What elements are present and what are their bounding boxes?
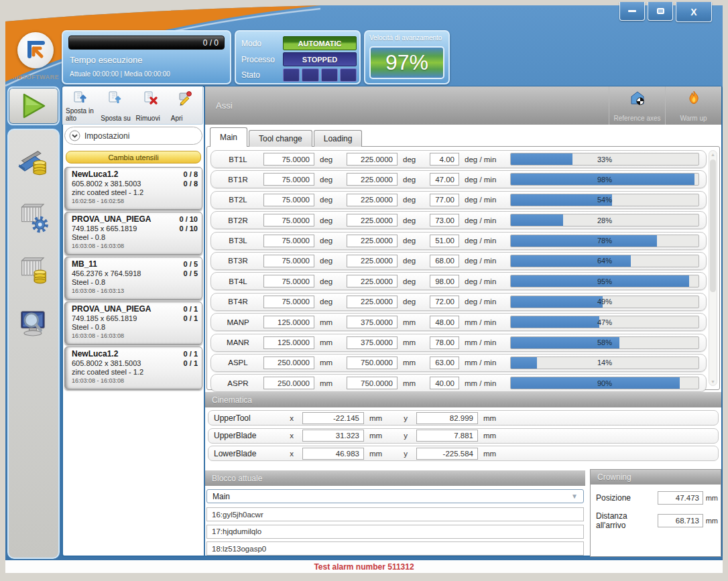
- axis-target-input[interactable]: 375.0000: [347, 336, 398, 349]
- axis-target-input[interactable]: 750.0000: [347, 357, 398, 369]
- block-code-line[interactable]: 18:lz513ogasp0: [206, 541, 584, 556]
- crowning-value-input[interactable]: 47.473: [658, 491, 703, 505]
- scroll-up-icon[interactable]: ▲: [709, 152, 717, 157]
- axis-speed-input[interactable]: 47.00: [430, 173, 459, 186]
- dropdown-chevron-icon: ▼: [571, 493, 578, 500]
- tab-loading[interactable]: Loading: [314, 130, 363, 147]
- scroll-down-icon[interactable]: ▼: [709, 379, 717, 384]
- blocco-header: Blocco attuale: [205, 470, 585, 486]
- axis-target-input[interactable]: 225.0000: [347, 214, 398, 227]
- move-to-top-button[interactable]: Sposta in alto: [62, 86, 97, 124]
- axis-target-input[interactable]: 375.0000: [347, 316, 398, 328]
- block-code-line[interactable]: 16:gyl5jh0acwr: [206, 507, 584, 521]
- axis-position-input[interactable]: 250.0000: [263, 377, 314, 389]
- job-card[interactable]: MB_11 456.2376 x 764.5918 Steel - 0.8 16…: [64, 257, 202, 300]
- axis-position-input[interactable]: 125.0000: [263, 336, 314, 349]
- block-select-dropdown[interactable]: Main ▼: [206, 489, 584, 503]
- scrollbar-thumb[interactable]: [710, 159, 716, 292]
- axis-target-input[interactable]: 225.0000: [347, 194, 398, 206]
- job-card[interactable]: PROVA_UNA_PIEGA 749.185 x 665.1819 Steel…: [64, 212, 202, 255]
- x-value-input[interactable]: 31.323: [302, 430, 364, 442]
- x-value-input[interactable]: -22.145: [302, 412, 364, 424]
- axis-speed-input[interactable]: 40.00: [430, 377, 459, 389]
- axis-name: MANP: [218, 318, 258, 326]
- axis-target-input[interactable]: 225.0000: [347, 255, 398, 267]
- axis-position-input[interactable]: 75.0000: [263, 173, 314, 186]
- axis-target-unit: deg: [403, 298, 424, 306]
- job-list: NewLuca1.2 605.8002 x 381.5003 zinc coat…: [64, 167, 202, 391]
- minimize-button[interactable]: [619, 2, 645, 21]
- axis-row: ASPR 250.0000 mm 750.0000 mm 40.00 mm / …: [210, 374, 707, 392]
- sidebar-item-press-tools-database[interactable]: [16, 145, 51, 182]
- axis-target-input[interactable]: 750.0000: [347, 377, 398, 389]
- remove-icon: [142, 90, 158, 106]
- maximize-button[interactable]: [648, 2, 673, 21]
- axis-position-input[interactable]: 75.0000: [263, 296, 314, 308]
- tool-rack-setup-icon: [16, 198, 51, 233]
- y-value-input[interactable]: 82.999: [416, 412, 478, 424]
- job-card[interactable]: PROVA_UNA_PIEGA 749.185 x 665.1819 Steel…: [64, 302, 202, 344]
- sidebar-item-diagnostics[interactable]: [16, 306, 51, 343]
- block-code-line[interactable]: 17:hjqdumilqlo: [206, 525, 584, 539]
- start-cycle-button[interactable]: [7, 86, 60, 125]
- y-value-input[interactable]: 7.881: [416, 430, 478, 442]
- axes-list: BT1L 75.0000 deg 225.0000 deg 4.00 deg /…: [210, 150, 707, 395]
- axis-speed-input[interactable]: 78.00: [430, 336, 459, 349]
- axis-position-input[interactable]: 125.0000: [263, 316, 314, 328]
- execution-subtitle: Attuale 00:00:00 | Media 00:00:00: [70, 70, 170, 78]
- axes-scrollbar[interactable]: ▲ ▼: [709, 150, 717, 386]
- move-up-button[interactable]: Sposta su: [97, 86, 132, 124]
- cambia-utensili-button[interactable]: Cambia utensili: [66, 151, 201, 164]
- reference-axes-button[interactable]: Reference axes: [609, 86, 665, 125]
- axis-speed-input[interactable]: 48.00: [430, 316, 459, 328]
- axis-speed-input[interactable]: 77.00: [430, 194, 459, 206]
- tab-tool-change[interactable]: Tool change: [249, 130, 312, 147]
- sidebar-item-tool-setup[interactable]: [16, 198, 51, 236]
- job-card[interactable]: NewLuca1.2 605.8002 x 381.5003 zinc coat…: [64, 346, 202, 389]
- job-card[interactable]: NewLuca1.2 605.8002 x 381.5003 zinc coat…: [64, 167, 202, 210]
- axis-target-input[interactable]: 225.0000: [347, 296, 398, 308]
- axis-target-input[interactable]: 225.0000: [347, 275, 398, 287]
- axis-target-input[interactable]: 225.0000: [347, 153, 398, 166]
- axis-progress-label: 64%: [511, 255, 699, 267]
- axis-position-input[interactable]: 75.0000: [263, 194, 314, 206]
- axis-position-input[interactable]: 75.0000: [263, 275, 314, 287]
- open-button[interactable]: Apri: [168, 86, 202, 124]
- close-button[interactable]: X: [676, 2, 712, 22]
- job-count-primary: 0 / 10: [179, 214, 198, 224]
- warm-up-button[interactable]: Warm up: [665, 86, 721, 125]
- axis-progress-label: 14%: [511, 357, 699, 369]
- axis-progress-bar: 33%: [510, 153, 699, 166]
- remove-button[interactable]: Rimuovi: [133, 86, 168, 124]
- axis-speed-input[interactable]: 63.00: [430, 357, 459, 369]
- axis-progress-label: 78%: [511, 235, 699, 247]
- axis-progress-bar: 90%: [510, 377, 699, 389]
- sidebar-item-tool-database[interactable]: [16, 252, 51, 289]
- crowning-row: Distanza all'arrivo 68.713 mm: [596, 511, 718, 530]
- axis-position-input[interactable]: 75.0000: [263, 153, 314, 166]
- axis-speed-input[interactable]: 73.00: [430, 214, 459, 227]
- axis-speed-input[interactable]: 51.00: [430, 235, 459, 247]
- y-value-input[interactable]: -225.584: [416, 448, 478, 460]
- crowning-value-input[interactable]: 68.713: [658, 514, 703, 527]
- axis-target-unit: deg: [403, 196, 424, 204]
- x-value-input[interactable]: 46.983: [302, 448, 364, 460]
- axes-table: BT1L 75.0000 deg 225.0000 deg 4.00 deg /…: [206, 146, 720, 390]
- axis-speed-input[interactable]: 72.00: [430, 296, 459, 308]
- x-axis-label: x: [286, 432, 297, 440]
- axis-position-input[interactable]: 250.0000: [263, 357, 314, 369]
- axis-speed-input[interactable]: 68.00: [430, 255, 459, 267]
- impostazioni-toggle[interactable]: Impostazioni: [64, 127, 202, 145]
- axis-position-input[interactable]: 75.0000: [263, 255, 314, 267]
- axis-row: BT3R 75.0000 deg 225.0000 deg 68.00 deg …: [210, 252, 707, 270]
- kinematics-name: LowerBlade: [214, 449, 281, 458]
- window-controls: X: [619, 2, 712, 22]
- axis-speed-unit: mm / min: [465, 318, 505, 326]
- axis-target-input[interactable]: 225.0000: [347, 173, 398, 186]
- axis-position-input[interactable]: 75.0000: [263, 214, 314, 227]
- axis-target-input[interactable]: 225.0000: [347, 235, 398, 247]
- tab-main[interactable]: Main: [210, 127, 247, 147]
- axis-speed-input[interactable]: 98.00: [430, 275, 459, 287]
- axis-position-input[interactable]: 75.0000: [263, 235, 314, 247]
- axis-speed-input[interactable]: 4.00: [430, 153, 459, 166]
